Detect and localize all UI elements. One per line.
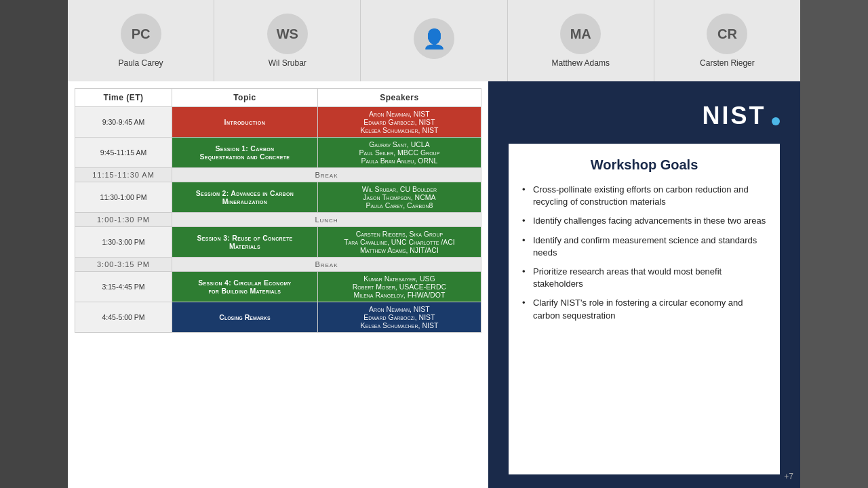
- right-panel: NIST Workshop Goals Cross-pollinate exis…: [488, 81, 800, 488]
- nist-logo: NIST: [509, 102, 780, 130]
- lunch-cell: Lunch: [172, 213, 481, 227]
- speakers-cell-s2: Wil Srubar, CU BoulderJason Thompson, NC…: [317, 182, 481, 213]
- speaker-name-carsten: Carsten Rieger: [700, 58, 755, 68]
- break-cell-2: Break: [172, 258, 481, 272]
- table-row: 1:30-3:00 PM Session 3: Reuse of Concret…: [75, 227, 481, 258]
- time-cell: 9:30-9:45 AM: [75, 107, 172, 138]
- goals-section: Workshop Goals Cross-pollinate existing …: [509, 144, 780, 474]
- goals-title: Workshop Goals: [522, 157, 766, 173]
- avatar-ma: MA: [560, 14, 601, 54]
- main-content: Time (ET) Topic Speakers 9:30-9:45 AM In…: [68, 81, 800, 488]
- speaker-name-paula: Paula Carey: [119, 58, 163, 68]
- speaker-name-matthew: Matthew Adams: [552, 58, 610, 68]
- speakers-cell-intro: Aron Newman, NISTEdward Garboczi, NISTKe…: [317, 107, 481, 138]
- table-row: 9:30-9:45 AM Introduction Aron Newman, N…: [75, 107, 481, 138]
- topic-cell-s3: Session 3: Reuse of ConcreteMaterials: [172, 227, 317, 258]
- speaker-item-unknown: 👤: [361, 0, 507, 81]
- table-row-break2: 3:00-3:15 PM Break: [75, 258, 481, 272]
- speakers-cell-s1: Gaurav Sant, UCLAPaul Seiler, MBCC Group…: [317, 138, 481, 168]
- time-cell: 1:00-1:30 PM: [75, 213, 172, 227]
- speakers-cell-s4: Kumar Natesaiyer, USGRobert Moser, USACE…: [317, 272, 481, 302]
- avatar-ws: WS: [267, 14, 308, 54]
- speaker-item-paula: PC Paula Carey: [68, 0, 214, 81]
- speaker-item-matthew: MA Matthew Adams: [508, 0, 654, 81]
- topic-cell-s2: Session 2: Advances in CarbonMineralizat…: [172, 182, 317, 213]
- topic-cell-s4: Session 4: Circular Economyfor Building …: [172, 272, 317, 302]
- time-cell: 3:15-4:45 PM: [75, 272, 172, 302]
- speakers-bar: PC Paula Carey WS Wil Srubar 👤 MA Matthe…: [68, 0, 800, 81]
- speaker-item-carsten: CR Carsten Rieger: [654, 0, 800, 81]
- topic-cell-closing: Closing Remarks: [172, 302, 317, 333]
- speakers-cell-closing: Aron Newman, NISTEdward Garboczi, NISTKe…: [317, 302, 481, 333]
- speaker-item-wil: WS Wil Srubar: [214, 0, 361, 81]
- speaker-name-wil: Wil Srubar: [269, 58, 307, 68]
- list-item: Identify and confirm measurement science…: [522, 235, 766, 259]
- topic-cell-intro: Introduction: [172, 107, 317, 138]
- col-header-topic: Topic: [172, 89, 317, 107]
- table-row: 3:15-4:45 PM Session 4: Circular Economy…: [75, 272, 481, 302]
- speakers-cell-s3: Carsten Riegers, Sika GroupTara Cavallin…: [317, 227, 481, 258]
- time-cell: 9:45-11:15 AM: [75, 138, 172, 168]
- table-row: 11:30-1:00 PM Session 2: Advances in Car…: [75, 182, 481, 213]
- table-row: 4:45-5:00 PM Closing Remarks Aron Newman…: [75, 302, 481, 333]
- time-cell: 3:00-3:15 PM: [75, 258, 172, 272]
- schedule-wrapper: Time (ET) Topic Speakers 9:30-9:45 AM In…: [68, 81, 488, 488]
- col-header-time: Time (ET): [75, 89, 172, 107]
- avatar-pc: PC: [121, 14, 161, 54]
- time-cell: 4:45-5:00 PM: [75, 302, 172, 333]
- table-row-lunch: 1:00-1:30 PM Lunch: [75, 213, 481, 227]
- list-item: Prioritize research areas that would mos…: [522, 266, 766, 290]
- list-item: Clarify NIST's role in fostering a circu…: [522, 297, 766, 321]
- goals-list: Cross-pollinate existing efforts on carb…: [522, 184, 766, 322]
- list-item: Identify challenges facing advancements …: [522, 215, 766, 227]
- nist-logo-dot: [772, 117, 780, 125]
- avatar-cr: CR: [707, 14, 747, 54]
- table-row-break1: 11:15-11:30 AM Break: [75, 168, 481, 182]
- left-sidebar: [0, 0, 68, 488]
- col-header-speakers: Speakers: [317, 89, 481, 107]
- avatar-unknown: 👤: [414, 18, 454, 59]
- time-cell: 11:30-1:00 PM: [75, 182, 172, 213]
- page-number: +7: [784, 472, 793, 481]
- slide-container: PC Paula Carey WS Wil Srubar 👤 MA Matthe…: [68, 0, 800, 488]
- table-row: 9:45-11:15 AM Session 1: CarbonSequestra…: [75, 138, 481, 168]
- topic-cell-s1: Session 1: CarbonSequestration and Concr…: [172, 138, 317, 168]
- time-cell: 11:15-11:30 AM: [75, 168, 172, 182]
- nist-logo-text: NIST: [703, 102, 766, 129]
- time-cell: 1:30-3:00 PM: [75, 227, 172, 258]
- schedule-table: Time (ET) Topic Speakers 9:30-9:45 AM In…: [75, 88, 481, 333]
- break-cell: Break: [172, 168, 481, 182]
- list-item: Cross-pollinate existing efforts on carb…: [522, 184, 766, 208]
